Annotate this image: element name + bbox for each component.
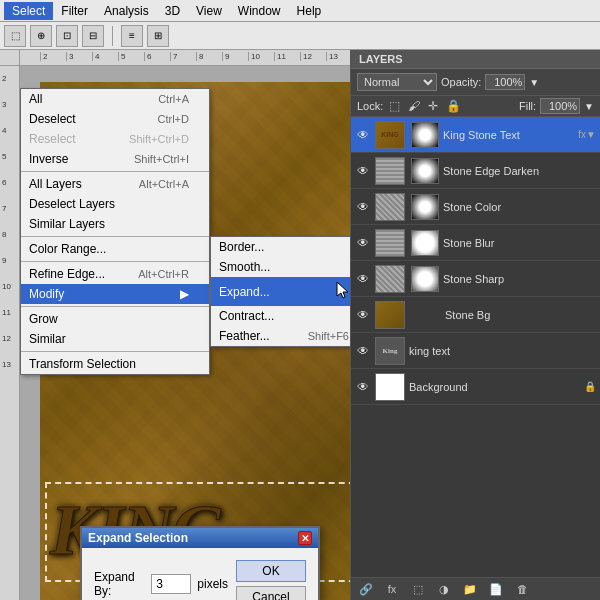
- layer-eye-background[interactable]: 👁: [355, 379, 371, 395]
- menu-inverse[interactable]: Inverse Shift+Ctrl+I: [21, 149, 209, 169]
- layer-row-king-text[interactable]: 👁 King king text: [351, 333, 600, 369]
- cursor-icon: [335, 280, 349, 300]
- toolbar-btn-5[interactable]: ≡: [121, 25, 143, 47]
- layer-thumb-king-stone: KING: [375, 121, 405, 149]
- layer-eye-king-text[interactable]: 👁: [355, 343, 371, 359]
- menubar-analysis[interactable]: Analysis: [96, 2, 157, 20]
- menu-similar-layers[interactable]: Similar Layers: [21, 214, 209, 234]
- fill-input[interactable]: [540, 98, 580, 114]
- menubar-select[interactable]: Select: [4, 2, 53, 20]
- layer-eye-stone-bg[interactable]: 👁: [355, 307, 371, 323]
- dialog-expand-row: Expand By: pixels OK Cancel: [94, 560, 306, 600]
- lock-icon: 🔒: [584, 381, 596, 392]
- layer-row-stone-blur[interactable]: 👁 Stone Blur: [351, 225, 600, 261]
- layer-row-stone-color[interactable]: 👁 Stone Color: [351, 189, 600, 225]
- menubar-help[interactable]: Help: [289, 2, 330, 20]
- menu-similar[interactable]: Similar: [21, 329, 209, 349]
- ruler-tick: 12: [300, 52, 326, 61]
- menu-reselect[interactable]: Reselect Shift+Ctrl+D: [21, 129, 209, 149]
- ruler-tick: 10: [248, 52, 274, 61]
- menu-deselect[interactable]: Deselect Ctrl+D: [21, 109, 209, 129]
- submenu-border[interactable]: Border...: [211, 237, 350, 257]
- menubar-filter[interactable]: Filter: [53, 2, 96, 20]
- menubar-window[interactable]: Window: [230, 2, 289, 20]
- layer-thumb-stone-color: [375, 193, 405, 221]
- lock-transparency-btn[interactable]: ⬚: [387, 99, 402, 113]
- lock-move-btn[interactable]: ✛: [426, 99, 440, 113]
- ruler-tick: 9: [222, 52, 248, 61]
- layer-name-background: Background: [409, 381, 580, 393]
- layer-name-stone-color: Stone Color: [443, 201, 596, 213]
- ruler-horizontal: 2 3 4 5 6 7 8 9 10 11 12 13: [20, 50, 350, 66]
- layer-mask-king-stone: [411, 122, 439, 148]
- layer-row-stone-sharp[interactable]: 👁 Stone Sharp: [351, 261, 600, 297]
- layer-mask-stone-blur: [411, 230, 439, 256]
- menubar-view[interactable]: View: [188, 2, 230, 20]
- blend-mode-select[interactable]: Normal: [357, 73, 437, 91]
- layer-name-king-text: king text: [409, 345, 596, 357]
- menu-grow[interactable]: Grow: [21, 309, 209, 329]
- ruler-tick: 7: [170, 52, 196, 61]
- layer-name-stone-bg: Stone Bg: [445, 309, 596, 321]
- dropdown-container: All Ctrl+A Deselect Ctrl+D Reselect Shif…: [20, 88, 210, 375]
- layer-row-stone-bg[interactable]: 👁 Stone Bg: [351, 297, 600, 333]
- ruler-tick: 3: [66, 52, 92, 61]
- layer-name-stone-sharp: Stone Sharp: [443, 273, 596, 285]
- menu-deselect-layers[interactable]: Deselect Layers: [21, 194, 209, 214]
- expand-dialog: Expand Selection ✕ Expand By: pixels: [80, 526, 320, 600]
- new-adjustment-btn[interactable]: ◑: [435, 581, 453, 597]
- add-style-btn[interactable]: fx: [383, 581, 401, 597]
- layer-eye-stone-color[interactable]: 👁: [355, 199, 371, 215]
- submenu-expand[interactable]: Expand...: [211, 277, 350, 306]
- toolbar-btn-3[interactable]: ⊡: [56, 25, 78, 47]
- expand-by-label: Expand By:: [94, 570, 145, 598]
- submenu-contract[interactable]: Contract...: [211, 306, 350, 326]
- menu-sep-1: [21, 171, 209, 172]
- ruler-tick: 8: [196, 52, 222, 61]
- dialog-titlebar: Expand Selection ✕: [82, 528, 318, 548]
- link-layers-btn[interactable]: 🔗: [357, 581, 375, 597]
- layer-eye-stone-sharp[interactable]: 👁: [355, 271, 371, 287]
- layer-row-king-stone-text[interactable]: 👁 KING King Stone Text fx▼: [351, 117, 600, 153]
- menu-refine-edge[interactable]: Refine Edge... Alt+Ctrl+R: [21, 264, 209, 284]
- delete-layer-btn[interactable]: 🗑: [513, 581, 531, 597]
- layer-eye-stone-edge[interactable]: 👁: [355, 163, 371, 179]
- layer-row-background[interactable]: 👁 Background 🔒: [351, 369, 600, 405]
- layer-eye-king-stone[interactable]: 👁: [355, 127, 371, 143]
- opacity-label: Opacity:: [441, 76, 481, 88]
- toolbar-btn-2[interactable]: ⊕: [30, 25, 52, 47]
- layer-thumb-stone-edge: [375, 157, 405, 185]
- new-layer-btn[interactable]: 📄: [487, 581, 505, 597]
- ruler-corner: [0, 50, 20, 66]
- layer-name-stone-blur: Stone Blur: [443, 237, 596, 249]
- new-group-btn[interactable]: 📁: [461, 581, 479, 597]
- opacity-arrow-icon[interactable]: ▼: [529, 77, 539, 88]
- layer-eye-stone-blur[interactable]: 👁: [355, 235, 371, 251]
- fill-label: Fill:: [519, 100, 536, 112]
- toolbar-btn-1[interactable]: ⬚: [4, 25, 26, 47]
- menu-all[interactable]: All Ctrl+A: [21, 89, 209, 109]
- menu-color-range[interactable]: Color Range...: [21, 239, 209, 259]
- layer-row-stone-edge[interactable]: 👁 Stone Edge Darken: [351, 153, 600, 189]
- submenu-feather[interactable]: Feather... Shift+F6: [211, 326, 350, 346]
- toolbar-btn-4[interactable]: ⊟: [82, 25, 104, 47]
- lock-all-btn[interactable]: 🔒: [444, 99, 463, 113]
- fill-arrow-icon[interactable]: ▼: [584, 101, 594, 112]
- submenu-smooth[interactable]: Smooth...: [211, 257, 350, 277]
- lock-paint-btn[interactable]: 🖌: [406, 99, 422, 113]
- dialog-close-button[interactable]: ✕: [298, 531, 312, 545]
- cancel-button[interactable]: Cancel: [236, 586, 306, 600]
- canvas-area: KING All Ctrl+A Deselect Ctrl+D: [20, 66, 350, 600]
- menubar-3d[interactable]: 3D: [157, 2, 188, 20]
- ok-button[interactable]: OK: [236, 560, 306, 582]
- opacity-input[interactable]: [485, 74, 525, 90]
- add-mask-btn[interactable]: ⬚: [409, 581, 427, 597]
- menu-transform-selection[interactable]: Transform Selection: [21, 354, 209, 374]
- menu-sep-3: [21, 261, 209, 262]
- toolbar-btn-6[interactable]: ⊞: [147, 25, 169, 47]
- menu-all-layers[interactable]: All Layers Alt+Ctrl+A: [21, 174, 209, 194]
- expand-by-input[interactable]: [151, 574, 191, 594]
- menu-modify[interactable]: Modify ▶: [21, 284, 209, 304]
- layers-header: LAYERS: [351, 50, 600, 69]
- layer-mask-stone-edge: [411, 158, 439, 184]
